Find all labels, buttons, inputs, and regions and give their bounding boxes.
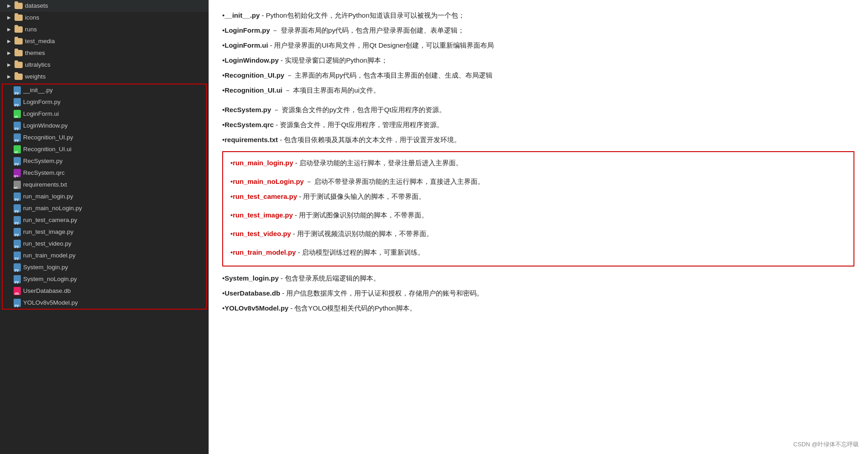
file-name: run_test_video.py	[233, 230, 291, 237]
file-userdatabase[interactable]: UserDatabase.db	[3, 285, 206, 297]
py-icon	[14, 216, 21, 224]
description: - 实现登录窗口逻辑的Python脚本；	[279, 56, 388, 64]
file-name: requirements.txt	[224, 136, 278, 143]
file-name: Recognition_UI.py	[224, 71, 284, 79]
folder-datasets[interactable]: ▶ datasets	[0, 0, 209, 12]
file-label: run_main_noLogin.py	[23, 203, 82, 213]
folder-test-media[interactable]: ▶ test_media	[0, 35, 209, 47]
file-run-train-model[interactable]: run_train_model.py	[3, 250, 206, 262]
folder-label: runs	[25, 25, 37, 35]
folder-weights[interactable]: ▶ weights	[0, 71, 209, 83]
red-border-file-section: __init__.py LoginForm.py LoginForm.ui Lo…	[2, 84, 207, 310]
file-label: YOLOv8v5Model.py	[23, 298, 78, 308]
folder-themes[interactable]: ▶ themes	[0, 47, 209, 59]
folder-icon	[15, 26, 23, 33]
qrc-icon	[14, 169, 21, 177]
item-run-main-login: •run_main_login.py - 启动登录功能的主运行脚本，登录注册后进…	[230, 157, 846, 169]
file-label: LoginWindow.py	[23, 121, 68, 131]
py-icon	[14, 252, 21, 260]
watermark: CSDN @叶绿体不忘呼吸	[793, 439, 859, 449]
folder-label: weights	[25, 72, 46, 82]
ui-icon	[14, 110, 21, 118]
file-name: LoginWindow.py	[224, 56, 278, 64]
description: - 用户信息数据库文件，用于认证和授权，存储用户的账号和密码。	[280, 289, 483, 297]
py-icon	[14, 275, 21, 283]
file-name: UserDatabase.db	[224, 289, 280, 297]
file-name: RecSystem.py	[224, 106, 271, 114]
item-run-test-image: •run_test_image.py - 用于测试图像识别功能的脚本，不带界面。	[230, 209, 846, 221]
item-run-test-camera: •run_test_camera.py - 用于测试摄像头输入的脚本，不带界面。	[230, 190, 846, 202]
file-run-test-video[interactable]: run_test_video.py	[3, 238, 206, 250]
file-recognition-ui-ui[interactable]: Recognition_UI.ui	[3, 143, 206, 155]
description: - 包含项目依赖项及其版本的文本文件，用于设置开发环境。	[278, 136, 461, 143]
file-run-test-image[interactable]: run_test_image.py	[3, 226, 206, 238]
item-userdatabase: •UserDatabase.db - 用户信息数据库文件，用于认证和授权，存储用…	[222, 287, 854, 299]
file-name: run_main_login.py	[233, 159, 293, 167]
file-label: System_noLogin.py	[23, 274, 77, 284]
file-loginform-py[interactable]: LoginForm.py	[3, 96, 206, 108]
py-icon	[14, 299, 21, 307]
py-icon	[14, 263, 21, 271]
file-label: run_test_image.py	[23, 227, 73, 237]
file-loginform-ui[interactable]: LoginForm.ui	[3, 108, 206, 120]
folder-icons[interactable]: ▶ icons	[0, 12, 209, 24]
folder-icon	[15, 15, 23, 21]
file-name: System_login.py	[224, 274, 278, 282]
txt-icon	[14, 181, 21, 189]
file-label: Recognition_UI.ui	[23, 144, 72, 154]
file-label: UserDatabase.db	[23, 286, 71, 296]
chevron-icon: ▶	[7, 1, 15, 11]
folder-icon	[15, 50, 23, 56]
description: - 资源集合文件，用于Qt应用程序，管理应用程序资源。	[274, 121, 444, 128]
py-icon	[14, 86, 21, 94]
file-init[interactable]: __init__.py	[3, 84, 206, 96]
file-label: requirements.txt	[23, 180, 67, 190]
py-icon	[14, 204, 21, 212]
description: - 用于测试图像识别功能的脚本，不带界面。	[293, 211, 428, 219]
item-run-main-nologin: •run_main_noLogin.py － 启动不带登录界面功能的主运行脚本，…	[230, 175, 846, 188]
file-recsystem-qrc[interactable]: RecSystem.qrc	[3, 167, 206, 179]
file-name: LoginForm.ui	[224, 41, 268, 49]
folder-icon	[15, 38, 23, 44]
description: - 启动登录功能的主运行脚本，登录注册后进入主界面。	[293, 159, 463, 167]
file-recognition-ui-py[interactable]: Recognition_UI.py	[3, 132, 206, 143]
py-icon	[14, 157, 21, 165]
file-name: run_test_image.py	[233, 211, 293, 219]
item-run-test-video: •run_test_video.py - 用于测试视频流识别功能的脚本，不带界面…	[230, 227, 846, 240]
description: - 启动模型训练过程的脚本，可重新训练。	[296, 248, 424, 256]
file-label: run_main_login.py	[23, 192, 73, 202]
folder-label: icons	[25, 13, 39, 23]
file-run-main-nologin[interactable]: run_main_noLogin.py	[3, 202, 206, 214]
file-tree-panel: ▶ datasets ▶ icons ▶ runs ▶ test_media ▶…	[0, 0, 209, 454]
description: － 主界面的布局py代码，包含本项目主界面的创建、生成、布局逻辑	[284, 71, 493, 79]
item-requirements: •requirements.txt - 包含项目依赖项及其版本的文本文件，用于设…	[222, 133, 854, 146]
description: － 资源集合文件的py文件，包含用于Qt应用程序的资源。	[271, 106, 446, 114]
file-name: RecSystem.qrc	[224, 121, 273, 128]
file-loginwindow[interactable]: LoginWindow.py	[3, 120, 206, 132]
folder-icon	[15, 62, 23, 68]
file-requirements[interactable]: requirements.txt	[3, 179, 206, 191]
chevron-icon: ▶	[7, 48, 15, 58]
folder-label: ultralytics	[25, 60, 50, 70]
file-run-main-login[interactable]: run_main_login.py	[3, 191, 206, 202]
folder-label: test_media	[25, 36, 55, 46]
item-system-login: •System_login.py - 包含登录系统后端逻辑的脚本。	[222, 272, 854, 284]
description: - 用于测试视频流识别功能的脚本，不带界面。	[291, 230, 433, 237]
file-run-test-camera[interactable]: run_test_camera.py	[3, 214, 206, 226]
py-icon	[14, 192, 21, 201]
folder-label: datasets	[25, 1, 48, 11]
description: - 用于测试摄像头输入的脚本，不带界面。	[297, 192, 425, 200]
file-name: YOLOv8v5Model.py	[224, 304, 288, 312]
py-icon	[14, 133, 21, 142]
file-recsystem-py[interactable]: RecSystem.py	[3, 155, 206, 167]
file-system-login[interactable]: System_login.py	[3, 262, 206, 273]
folder-ultralytics[interactable]: ▶ ultralytics	[0, 59, 209, 71]
chevron-icon: ▶	[7, 72, 15, 82]
file-name: run_train_model.py	[233, 248, 296, 256]
file-label: RecSystem.py	[23, 156, 63, 166]
folder-runs[interactable]: ▶ runs	[0, 24, 209, 35]
chevron-icon: ▶	[7, 13, 15, 23]
py-icon	[14, 122, 21, 130]
file-system-nologin[interactable]: System_noLogin.py	[3, 273, 206, 285]
file-yolo[interactable]: YOLOv8v5Model.py	[3, 297, 206, 309]
